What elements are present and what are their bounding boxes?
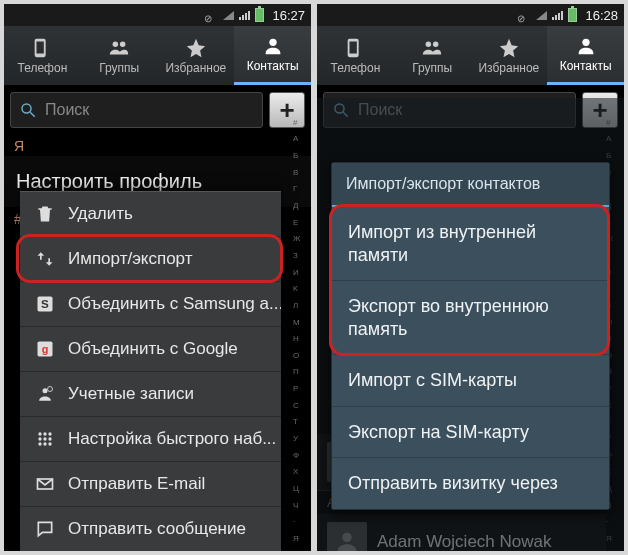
alpha-letter[interactable]: Я (293, 534, 309, 543)
menu-item-accounts[interactable]: Учетные записи (20, 372, 281, 417)
menu-item-label: Объединить с Samsung a... (68, 294, 281, 314)
menu-item-label: Удалить (68, 204, 133, 224)
alpha-letter[interactable]: Х (293, 467, 309, 476)
tab-label: Группы (412, 61, 452, 75)
tab-label: Группы (99, 61, 139, 75)
svg-line-4 (30, 112, 35, 117)
section-label: Я (4, 134, 311, 156)
tab-groups[interactable]: Группы (394, 26, 471, 85)
signal-tri-icon (223, 11, 234, 20)
menu-item-label: Отправить сообщение (68, 519, 246, 539)
svg-point-22 (433, 41, 439, 47)
svg-point-3 (22, 104, 31, 113)
menu-item-google[interactable]: gОбъединить с Google (20, 327, 281, 372)
phone-left: 16:27 Телефон Группы Избранное Контакты … (4, 4, 311, 551)
dialog-item[interactable]: Импорт из внутренней памяти (332, 207, 609, 281)
alpha-letter[interactable]: К (293, 284, 309, 293)
search-icon (19, 101, 37, 119)
tab-label: Контакты (247, 59, 299, 73)
groups-icon (421, 37, 443, 59)
signal-bars-icon (239, 11, 250, 20)
google-icon: g (34, 338, 56, 360)
samsung-icon: S (34, 293, 56, 315)
alpha-letter[interactable]: З (293, 251, 309, 260)
menu-item-label: Объединить с Google (68, 339, 238, 359)
alpha-letter[interactable]: Ф (293, 451, 309, 460)
menu-item-samsung[interactable]: SОбъединить с Samsung a... (20, 282, 281, 327)
alpha-letter[interactable]: П (293, 367, 309, 376)
mute-icon (204, 10, 218, 20)
alpha-letter[interactable]: # (293, 118, 309, 127)
svg-point-11 (38, 432, 41, 435)
tab-phone[interactable]: Телефон (317, 26, 394, 85)
alpha-letter[interactable]: Л (293, 301, 309, 310)
svg-point-16 (48, 437, 51, 440)
tab-phone[interactable]: Телефон (4, 26, 81, 85)
context-menu: УдалитьИмпорт/экспортSОбъединить с Samsu… (20, 191, 281, 551)
svg-point-21 (426, 41, 432, 47)
dialpad-icon (34, 428, 56, 450)
search-row: Поиск + (4, 86, 311, 134)
search-placeholder: Поиск (45, 101, 89, 119)
alpha-letter[interactable]: М (293, 318, 309, 327)
alpha-letter[interactable]: А (293, 134, 309, 143)
tab-favorites[interactable]: Избранное (471, 26, 548, 85)
alpha-letter[interactable]: Ч (293, 501, 309, 510)
svg-point-13 (48, 432, 51, 435)
tab-contacts[interactable]: Контакты (234, 26, 311, 85)
svg-point-17 (38, 442, 41, 445)
svg-point-12 (43, 432, 46, 435)
alpha-letter[interactable]: Р (293, 384, 309, 393)
dialog-item[interactable]: Отправить визитку через (332, 458, 609, 509)
svg-point-14 (38, 437, 41, 440)
alpha-letter[interactable]: С (293, 401, 309, 410)
mute-icon (517, 10, 531, 20)
dialog-item[interactable]: Экспорт на SIM-карту (332, 407, 609, 459)
alpha-letter[interactable]: Г (293, 184, 309, 193)
phone-right: 16:28 Телефон Группы Избранное Контакты … (317, 4, 624, 551)
alpha-letter[interactable]: Ц (293, 484, 309, 493)
tab-contacts[interactable]: Контакты (547, 26, 624, 85)
phone-icon (31, 37, 53, 59)
tab-groups[interactable]: Группы (81, 26, 158, 85)
tab-label: Избранное (165, 61, 226, 75)
dialog-item[interactable]: Экспорт во внутреннюю память (332, 281, 609, 355)
menu-item-label: Отправить E-mail (68, 474, 205, 494)
menu-item-dialpad[interactable]: Настройка быстрого наб... (20, 417, 281, 462)
menu-item-sms[interactable]: Отправить сообщение (20, 507, 281, 551)
svg-point-2 (269, 39, 276, 46)
svg-point-19 (48, 442, 51, 445)
alpha-letter[interactable]: Н (293, 334, 309, 343)
alpha-letter[interactable]: Б (293, 151, 309, 160)
phone-icon (344, 37, 366, 59)
alpha-letter[interactable]: У (293, 434, 309, 443)
tab-label: Контакты (560, 59, 612, 73)
battery-icon (255, 8, 264, 22)
alpha-letter[interactable]: Ж (293, 234, 309, 243)
person-icon (262, 35, 284, 57)
menu-item-trash[interactable]: Удалить (20, 192, 281, 237)
status-time: 16:28 (585, 8, 618, 23)
alpha-letter[interactable]: · (293, 517, 309, 526)
mail-icon (34, 473, 56, 495)
alpha-letter[interactable]: И (293, 268, 309, 277)
menu-item-label: Настройка быстрого наб... (68, 429, 276, 449)
alpha-index[interactable]: #АБВГДЕЖЗИКЛМНОПРСТУФХЦЧ·Я (293, 114, 309, 547)
menu-item-swap[interactable]: Импорт/экспорт (20, 237, 281, 282)
dialog-item[interactable]: Импорт с SIM-карты (332, 355, 609, 407)
alpha-letter[interactable]: Е (293, 218, 309, 227)
menu-item-mail[interactable]: Отправить E-mail (20, 462, 281, 507)
status-icons (517, 8, 577, 22)
tab-favorites[interactable]: Избранное (158, 26, 235, 85)
alpha-letter[interactable]: О (293, 351, 309, 360)
import-export-dialog: Импорт/экспорт контактов Импорт из внутр… (331, 162, 610, 510)
svg-point-10 (48, 387, 53, 392)
alpha-letter[interactable]: В (293, 168, 309, 177)
alpha-letter[interactable]: Д (293, 201, 309, 210)
search-input[interactable]: Поиск (10, 92, 263, 128)
dialog-title: Импорт/экспорт контактов (332, 163, 609, 207)
alpha-letter[interactable]: Т (293, 417, 309, 426)
tab-bar: Телефон Группы Избранное Контакты (317, 26, 624, 86)
svg-point-1 (120, 41, 126, 47)
person-icon (575, 35, 597, 57)
